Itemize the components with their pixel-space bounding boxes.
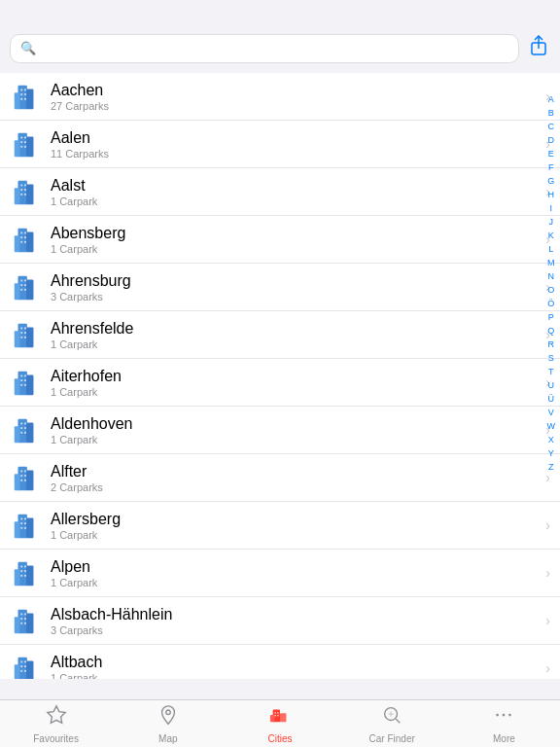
alphabet-letter-z[interactable]: Z bbox=[545, 460, 557, 474]
city-info: Ahrensburg3 Carparks bbox=[51, 272, 542, 302]
svg-rect-55 bbox=[24, 337, 26, 338]
city-item[interactable]: Aalen11 Carparks› bbox=[0, 121, 560, 168]
building-icon bbox=[10, 271, 41, 302]
building-icon bbox=[10, 319, 41, 350]
city-name: Aalst bbox=[51, 177, 542, 195]
city-item[interactable]: Aachen27 Carparks› bbox=[0, 73, 560, 121]
alphabet-letter-l[interactable]: L bbox=[545, 242, 556, 256]
building-icon bbox=[10, 128, 41, 160]
svg-point-193 bbox=[503, 713, 506, 716]
svg-rect-53 bbox=[24, 332, 26, 334]
alphabet-letter-f[interactable]: F bbox=[545, 160, 557, 174]
alphabet-letter-g[interactable]: G bbox=[544, 174, 557, 188]
alphabet-letter-d[interactable]: D bbox=[545, 133, 558, 147]
svg-rect-24 bbox=[24, 185, 26, 187]
building-icon bbox=[10, 510, 41, 541]
city-item[interactable]: Altbach1 Carpark› bbox=[0, 645, 560, 679]
svg-rect-12 bbox=[15, 140, 20, 157]
city-carpark-count: 3 Carparks bbox=[51, 291, 542, 302]
tab-cities[interactable]: Cities bbox=[224, 700, 335, 748]
search-input-wrapper[interactable]: 🔍 bbox=[10, 34, 519, 63]
tab-favourites[interactable]: Favourites bbox=[0, 700, 112, 748]
alphabet-letter-x[interactable]: X bbox=[545, 433, 557, 446]
city-info: Aldenhoven1 Carpark bbox=[51, 415, 542, 445]
alphabet-letter-r[interactable]: R bbox=[545, 338, 558, 351]
car-finder-tab-icon bbox=[381, 704, 402, 731]
alphabet-letter-t[interactable]: T bbox=[545, 365, 557, 378]
svg-rect-27 bbox=[20, 194, 22, 196]
share-button[interactable] bbox=[527, 33, 550, 63]
alphabet-letter-i[interactable]: I bbox=[546, 201, 555, 215]
alphabet-index[interactable]: ABCDEFGHIJKLMNOÖPQRSTUÜVWXYZ bbox=[544, 92, 559, 474]
alphabet-letter-w[interactable]: W bbox=[544, 419, 559, 433]
city-carpark-count: 27 Carparks bbox=[51, 100, 542, 112]
svg-rect-32 bbox=[20, 232, 22, 234]
city-item[interactable]: Abensberg1 Carpark› bbox=[0, 216, 560, 264]
svg-rect-10 bbox=[24, 98, 26, 100]
alphabet-letter-a[interactable]: A bbox=[545, 92, 557, 106]
alphabet-letter-y[interactable]: Y bbox=[545, 446, 557, 460]
alphabet-letter-e[interactable]: E bbox=[545, 147, 557, 160]
svg-rect-113 bbox=[20, 661, 22, 663]
svg-rect-21 bbox=[15, 188, 20, 204]
alphabet-letter-c[interactable]: C bbox=[545, 120, 558, 133]
alphabet-letter-h[interactable]: H bbox=[545, 188, 558, 201]
tab-map[interactable]: Map bbox=[112, 700, 224, 748]
svg-rect-105 bbox=[24, 614, 26, 616]
city-item[interactable]: Allersberg1 Carpark› bbox=[0, 502, 560, 550]
city-item[interactable]: Aldenhoven1 Carpark› bbox=[0, 407, 560, 454]
city-name: Aachen bbox=[51, 82, 542, 99]
alphabet-letter-o[interactable]: O bbox=[544, 283, 557, 297]
city-item[interactable]: Aiterhofen1 Carpark› bbox=[0, 359, 560, 407]
svg-rect-57 bbox=[15, 378, 20, 395]
alphabet-letter-b[interactable]: B bbox=[545, 106, 557, 120]
svg-rect-91 bbox=[24, 527, 26, 529]
alphabet-letter-s[interactable]: S bbox=[545, 351, 557, 365]
city-info: Abensberg1 Carpark bbox=[51, 225, 542, 255]
svg-rect-82 bbox=[24, 480, 26, 481]
city-item[interactable]: Alfter2 Carparks› bbox=[0, 454, 560, 502]
alphabet-letter-p[interactable]: P bbox=[545, 310, 557, 324]
alphabet-letter-ö[interactable]: Ö bbox=[544, 297, 557, 310]
svg-rect-103 bbox=[26, 614, 34, 634]
city-item[interactable]: Alpen1 Carpark› bbox=[0, 550, 560, 597]
alphabet-letter-n[interactable]: N bbox=[545, 269, 558, 283]
svg-rect-70 bbox=[20, 427, 22, 429]
svg-rect-116 bbox=[24, 665, 26, 667]
alphabet-letter-q[interactable]: Q bbox=[544, 324, 557, 338]
svg-rect-33 bbox=[24, 232, 26, 234]
city-carpark-count: 3 Carparks bbox=[51, 624, 542, 636]
city-item[interactable]: Ahrensfelde1 Carpark› bbox=[0, 311, 560, 359]
svg-rect-19 bbox=[24, 146, 26, 148]
alphabet-letter-ü[interactable]: Ü bbox=[545, 392, 558, 406]
svg-rect-186 bbox=[275, 712, 276, 713]
svg-point-182 bbox=[166, 709, 171, 714]
city-item[interactable]: Ahrensburg3 Carparks› bbox=[0, 264, 560, 311]
building-icon bbox=[10, 224, 41, 255]
tab-bar: FavouritesMap CitiesCar FinderMore bbox=[0, 699, 560, 747]
svg-rect-76 bbox=[26, 471, 34, 491]
svg-rect-31 bbox=[26, 232, 34, 253]
city-carpark-count: 1 Carpark bbox=[51, 338, 542, 350]
city-name: Alfter bbox=[51, 463, 542, 480]
alphabet-letter-v[interactable]: V bbox=[545, 406, 557, 419]
alphabet-letter-m[interactable]: M bbox=[544, 256, 558, 269]
city-carpark-count: 1 Carpark bbox=[51, 529, 542, 541]
svg-rect-62 bbox=[24, 379, 26, 381]
alphabet-letter-k[interactable]: K bbox=[545, 229, 557, 242]
svg-rect-66 bbox=[15, 426, 20, 443]
favourites-tab-icon bbox=[46, 704, 67, 731]
svg-rect-184 bbox=[280, 713, 286, 722]
city-info: Ahrensfelde1 Carpark bbox=[51, 320, 542, 350]
city-item[interactable]: Aalst1 Carpark› bbox=[0, 168, 560, 216]
search-input[interactable] bbox=[42, 41, 508, 56]
svg-rect-85 bbox=[26, 518, 34, 539]
city-item[interactable]: Alsbach-Hähnlein3 Carparks› bbox=[0, 597, 560, 645]
tab-more[interactable]: More bbox=[448, 700, 560, 748]
alphabet-letter-j[interactable]: J bbox=[546, 215, 557, 229]
svg-rect-89 bbox=[24, 522, 26, 524]
svg-rect-16 bbox=[20, 141, 22, 143]
tab-car-finder[interactable]: Car Finder bbox=[336, 700, 448, 748]
alphabet-letter-u[interactable]: U bbox=[545, 378, 558, 392]
map-tab-icon bbox=[158, 704, 179, 731]
